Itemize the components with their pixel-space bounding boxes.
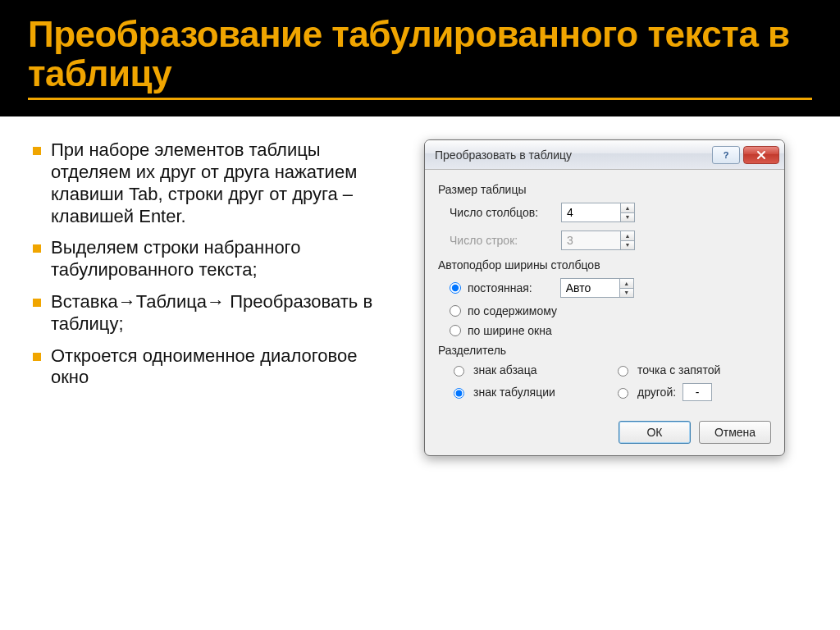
width-input[interactable] [560,278,619,298]
title-underline [28,98,812,100]
rows-spinner: ▲ ▼ [561,231,635,250]
close-button[interactable] [743,146,779,164]
bullet-item: Откроется одноименное диалоговое окно [51,345,386,390]
slide-title: Преобразование табулированного текста в … [28,14,790,94]
other-sep-input[interactable] [682,383,712,401]
svg-text:?: ? [724,150,729,160]
label-paragraph-mark: знак абзаца [473,363,536,377]
bullet-list: При наборе элементов таблицы отделяем их… [33,139,386,399]
group-autofit: Автоподбор ширины столбцов [438,258,771,272]
columns-spinner[interactable]: ▲ ▼ [561,203,635,222]
radio-semicolon[interactable] [618,366,628,377]
label-other: другой: [637,386,676,399]
columns-input[interactable] [561,203,620,222]
radio-fit-contents[interactable] [450,305,461,317]
rows-input [561,231,620,250]
width-spinner[interactable]: ▲ ▼ [560,278,634,298]
label-fit-window: по ширине окна [468,324,552,337]
spin-up-icon[interactable]: ▲ [619,278,634,288]
bullet-icon [33,147,41,155]
label-semicolon: точка с запятой [637,363,720,377]
group-separator: Разделитель [438,344,771,357]
radio-tab-mark[interactable] [454,388,464,399]
help-button[interactable]: ? [712,146,740,164]
radio-paragraph-mark[interactable] [454,366,464,377]
bullet-icon [33,299,41,307]
spin-down-icon[interactable]: ▼ [619,288,634,299]
spin-down-icon: ▼ [620,240,635,251]
bullet-item: При наборе элементов таблицы отделяем их… [51,139,386,227]
radio-other[interactable] [618,388,628,399]
label-fit-contents: по содержимому [468,304,557,317]
ok-button[interactable]: ОК [619,421,691,444]
label-fixed-width: постоянная: [468,281,532,294]
cancel-button[interactable]: Отмена [699,421,771,444]
radio-fixed-width[interactable] [450,282,461,294]
bullet-icon [33,353,41,361]
convert-to-table-dialog: Преобразовать в таблицу ? [424,139,785,456]
label-rows: Число строк: [438,234,561,247]
spin-up-icon: ▲ [620,231,635,240]
group-table-size: Размер таблицы [438,183,771,196]
help-icon: ? [721,150,731,160]
bullet-icon [33,244,41,253]
radio-fit-window[interactable] [450,325,461,336]
dialog-titlebar[interactable]: Преобразовать в таблицу ? [425,140,784,170]
bullet-item: Выделяем строки набранного табулированно… [51,237,386,281]
dialog-title: Преобразовать в таблицу [435,148,709,162]
bullet-item: Вставка→Таблица→ Преобразовать в таблицу… [51,291,386,336]
spin-down-icon[interactable]: ▼ [620,212,635,223]
label-columns: Число столбцов: [438,206,561,219]
close-icon [756,150,767,160]
label-tab-mark: знак табуляции [473,386,555,399]
spin-up-icon[interactable]: ▲ [620,203,635,212]
